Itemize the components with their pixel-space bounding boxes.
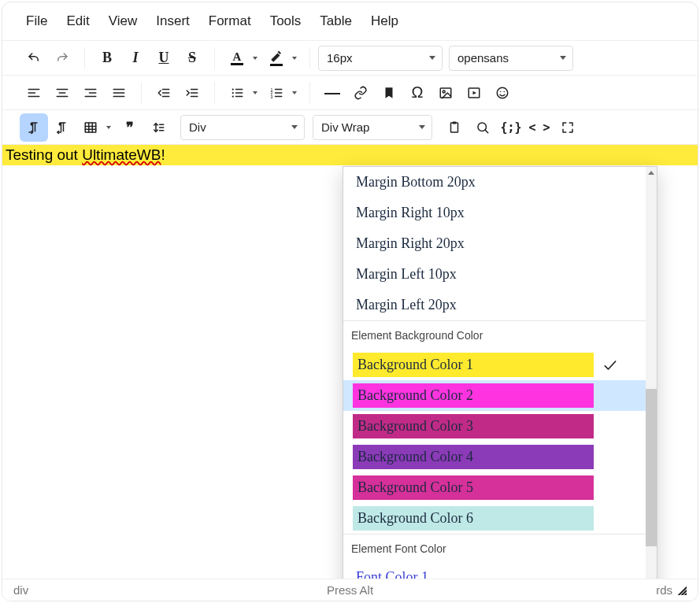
menu-item-bg-1[interactable]: Background Color 1 <box>343 350 646 380</box>
image-button[interactable] <box>431 79 460 107</box>
toolbar-row-3: ❞ Div Div Wrap {;} < > <box>2 109 698 144</box>
font-size-dropdown[interactable]: 16px <box>318 46 443 71</box>
media-button[interactable] <box>460 79 488 107</box>
swatch-bg-6: Background Color 6 <box>353 506 594 531</box>
svg-rect-47 <box>453 121 457 124</box>
font-size-value: 16px <box>327 51 353 65</box>
strike-button[interactable]: S <box>178 44 206 72</box>
text-color-chevron-icon[interactable] <box>248 44 262 72</box>
svg-marker-33 <box>473 91 477 94</box>
ordered-list-chevron-icon[interactable] <box>287 79 302 107</box>
svg-text:3: 3 <box>271 94 273 98</box>
rtl-button[interactable] <box>48 113 76 142</box>
div-wrap-dropdown[interactable]: Div Wrap <box>313 115 432 140</box>
menu-table[interactable]: Table <box>320 13 352 29</box>
align-left-button[interactable] <box>20 79 48 107</box>
paste-button[interactable] <box>440 113 469 142</box>
menu-section-bg-label: Element Background Color <box>343 320 646 350</box>
hr-button[interactable]: — <box>318 79 346 107</box>
chevron-down-icon <box>419 125 425 129</box>
scrollbar-up-button[interactable] <box>646 167 657 178</box>
emoji-button[interactable] <box>488 79 517 107</box>
indent-button[interactable] <box>178 79 206 107</box>
redo-button[interactable] <box>48 44 76 72</box>
block-format-dropdown[interactable]: Div <box>180 115 305 140</box>
bold-button[interactable]: B <box>93 44 121 72</box>
menu-item-margin[interactable]: Margin Left 20px <box>343 290 646 320</box>
code-sample-button[interactable]: {;} <box>497 113 525 142</box>
menu-item-bg-4[interactable]: Background Color 4 <box>343 442 646 472</box>
swatch-bg-2: Background Color 2 <box>353 383 594 408</box>
blockquote-button[interactable]: ❞ <box>116 113 144 142</box>
ordered-list-button[interactable]: 123 <box>262 79 291 107</box>
menu-item-bg-5[interactable]: Background Color 5 <box>343 472 646 503</box>
menu-section-font-label: Element Font Color <box>343 534 646 563</box>
search-button[interactable] <box>469 113 497 142</box>
scrollbar-track[interactable] <box>646 167 657 601</box>
toolbar-row-1: B I U S A 16px opensans <box>2 40 698 75</box>
menu-item-bg-2[interactable]: Background Color 2 <box>343 380 646 411</box>
menu-view[interactable]: View <box>109 13 138 29</box>
menu-format[interactable]: Format <box>209 13 251 29</box>
menu-item-margin[interactable]: Margin Bottom 20px <box>343 167 646 198</box>
undo-button[interactable] <box>20 44 48 72</box>
align-justify-button[interactable] <box>105 79 133 107</box>
div-wrap-value: Div Wrap <box>321 120 369 134</box>
status-path[interactable]: div <box>13 583 28 597</box>
underline-button[interactable]: U <box>150 44 178 72</box>
status-right-text: rds <box>656 583 672 597</box>
svg-point-35 <box>500 91 502 92</box>
link-button[interactable] <box>346 79 375 107</box>
toolbar-row-2: 123 — Ω <box>2 75 698 109</box>
unordered-list-button[interactable] <box>223 79 251 107</box>
italic-button[interactable]: I <box>121 44 150 72</box>
div-wrap-menu: Margin Bottom 20px Margin Right 10px Mar… <box>343 166 657 601</box>
menu-help[interactable]: Help <box>371 13 398 29</box>
status-hint: Press Alt <box>327 583 373 597</box>
menu-tools[interactable]: Tools <box>270 13 302 29</box>
menu-insert[interactable]: Insert <box>156 13 190 29</box>
text-color-button[interactable]: A <box>223 44 251 72</box>
svg-point-34 <box>497 87 508 98</box>
svg-point-19 <box>232 91 234 93</box>
menu-item-margin[interactable]: Margin Right 10px <box>343 198 646 228</box>
content-line[interactable]: Testing out UltimateWB! <box>2 145 698 165</box>
chevron-down-icon <box>429 56 435 60</box>
svg-point-18 <box>232 88 234 90</box>
align-right-button[interactable] <box>76 79 105 107</box>
menu-edit[interactable]: Edit <box>66 13 89 29</box>
align-center-button[interactable] <box>48 79 76 107</box>
swatch-bg-3: Background Color 3 <box>353 414 594 438</box>
chevron-down-icon <box>560 56 566 60</box>
resize-handle-icon[interactable] <box>677 586 687 595</box>
line-height-button[interactable] <box>144 113 172 142</box>
source-code-button[interactable]: < > <box>525 113 554 142</box>
font-family-dropdown[interactable]: opensans <box>449 46 573 71</box>
chevron-down-icon <box>291 125 298 129</box>
table-chevron-icon[interactable] <box>102 113 116 142</box>
bookmark-button[interactable] <box>375 79 403 107</box>
special-char-button[interactable]: Ω <box>403 79 431 107</box>
check-icon <box>602 357 619 374</box>
menu-item-margin[interactable]: Margin Right 20px <box>343 228 646 259</box>
menu-file[interactable]: File <box>26 13 47 29</box>
svg-rect-46 <box>451 123 458 132</box>
scrollbar-thumb[interactable] <box>646 389 657 546</box>
fullscreen-button[interactable] <box>554 113 582 142</box>
table-button[interactable] <box>76 113 105 142</box>
highlight-color-button[interactable] <box>262 44 291 72</box>
block-format-value: Div <box>189 120 206 134</box>
menu-item-margin[interactable]: Margin Left 10px <box>343 259 646 290</box>
svg-point-36 <box>504 91 506 92</box>
menu-scroll-area[interactable]: Margin Bottom 20px Margin Right 10px Mar… <box>343 167 646 601</box>
ltr-button[interactable] <box>20 113 48 142</box>
menu-item-bg-3[interactable]: Background Color 3 <box>343 411 646 442</box>
svg-point-20 <box>232 95 234 97</box>
menu-item-bg-6[interactable]: Background Color 6 <box>343 503 646 534</box>
unordered-list-chevron-icon[interactable] <box>248 79 262 107</box>
outdent-button[interactable] <box>150 79 178 107</box>
swatch-bg-4: Background Color 4 <box>353 445 594 469</box>
highlight-color-chevron-icon[interactable] <box>287 44 302 72</box>
status-bar: div Press Alt rds <box>2 579 698 601</box>
spellcheck-word[interactable]: UltimateWB <box>82 146 161 163</box>
